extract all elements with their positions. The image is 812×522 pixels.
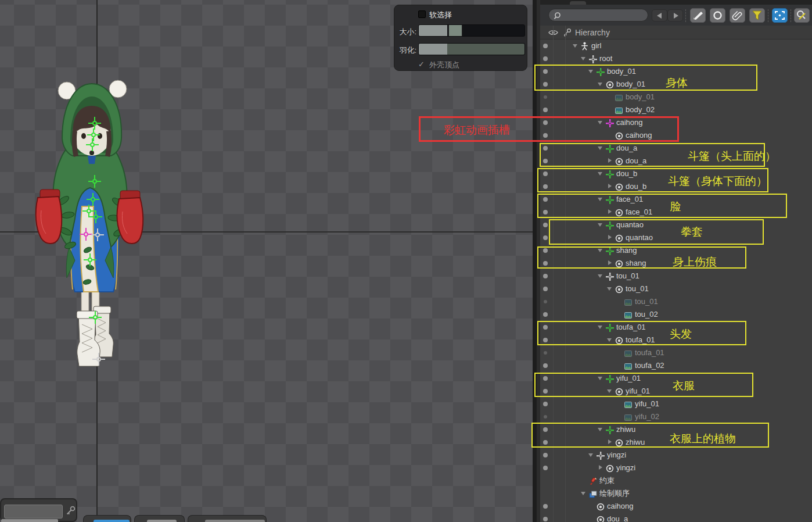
visibility-dot[interactable] — [543, 453, 548, 457]
visibility-dot[interactable] — [543, 402, 548, 406]
tree-row-bone-body_01[interactable]: body_01 — [533, 65, 812, 78]
tree-row-draworder-绘制顺序[interactable]: 绘制顺序 — [533, 487, 812, 500]
search-input[interactable] — [564, 10, 644, 20]
tree-row-bone-tou_01[interactable]: tou_01 — [533, 270, 812, 283]
tree-row-bone-toufa_01[interactable]: toufa_01 — [533, 321, 812, 334]
tree-row-slot-tou_01[interactable]: tou_01 — [533, 283, 812, 295]
tree-row-bone-quantao[interactable]: quantao — [533, 219, 812, 231]
expand-triangle-closed[interactable] — [608, 439, 612, 444]
expand-triangle-open[interactable] — [588, 453, 593, 457]
size-slider-handle[interactable] — [448, 25, 463, 37]
bottom-left-field[interactable] — [4, 505, 63, 519]
visibility-dot[interactable] — [543, 235, 548, 240]
tree-row-bone-dou_b[interactable]: dou_b — [533, 167, 812, 180]
visibility-dot[interactable] — [543, 287, 548, 291]
tree-row-image-tou_01[interactable]: tou_01 — [533, 295, 812, 308]
visibility-dot[interactable] — [543, 69, 548, 74]
tree-row-skeleton-girl[interactable]: girl — [533, 40, 812, 52]
tree-row-slot-yingzi[interactable]: yingzi — [533, 462, 812, 474]
tree-row-image-yifu_02[interactable]: yifu_02 — [533, 410, 812, 423]
tree-row-bone-zhiwu[interactable]: zhiwu — [533, 423, 812, 436]
circle-tool-button[interactable] — [710, 8, 725, 23]
feather-slider[interactable] — [418, 43, 525, 55]
expand-triangle-open[interactable] — [598, 198, 602, 201]
expand-triangle-open[interactable] — [598, 274, 602, 278]
expand-triangle-open[interactable] — [598, 83, 602, 86]
expand-triangle-closed[interactable] — [608, 184, 612, 188]
expand-triangle-closed[interactable] — [608, 209, 612, 214]
visibility-dot[interactable] — [543, 197, 548, 202]
pen-tool-button[interactable] — [690, 8, 706, 23]
expand-triangle-open[interactable] — [598, 428, 602, 431]
visibility-dot[interactable] — [543, 325, 548, 330]
tree-row-bone-face_01[interactable]: face_01 — [533, 193, 812, 206]
bottom-left-slider[interactable] — [1, 519, 58, 522]
visibility-dot[interactable] — [543, 146, 548, 151]
tree-row-bone-yingzi[interactable]: yingzi — [533, 449, 812, 462]
tree-row-slot-caihong[interactable]: caihong — [533, 129, 812, 142]
key-link-icon[interactable] — [65, 505, 76, 517]
tree-row-slot-dou_a[interactable]: dou_a — [533, 155, 812, 167]
expand-triangle-open[interactable] — [581, 57, 585, 60]
visibility-dot[interactable] — [543, 427, 548, 432]
character-girl[interactable] — [32, 76, 148, 372]
visibility-dot[interactable] — [543, 223, 548, 227]
tree-row-slot-quantao[interactable]: quantao — [533, 231, 812, 244]
visibility-dot[interactable] — [543, 108, 548, 112]
tree-row-slot-face_01[interactable]: face_01 — [533, 206, 812, 219]
expand-triangle-open[interactable] — [598, 121, 602, 124]
expand-triangle-open[interactable] — [588, 70, 593, 73]
visibility-dot[interactable] — [543, 261, 548, 266]
visibility-dot[interactable] — [543, 248, 548, 253]
tree-row-image-toufa_02[interactable]: toufa_02 — [533, 359, 812, 372]
visibility-dot[interactable] — [543, 210, 548, 214]
tree-row-image-toufa_01[interactable]: toufa_01 — [533, 346, 812, 359]
tree-row-bone-root[interactable]: root — [533, 52, 812, 65]
expand-triangle-open[interactable] — [573, 44, 577, 48]
visibility-dot[interactable] — [543, 363, 548, 368]
visibility-dot[interactable] — [543, 184, 548, 189]
visibility-dot[interactable] — [543, 120, 548, 125]
bottom-wide-button[interactable] — [205, 520, 265, 522]
tree-row-image-yifu_01[interactable]: yifu_01 — [533, 398, 812, 410]
expand-triangle-open[interactable] — [598, 249, 602, 252]
zoom-edit-tool-button[interactable] — [794, 8, 810, 23]
size-slider[interactable] — [418, 24, 525, 37]
visibility-dot[interactable] — [543, 376, 548, 381]
expand-triangle-open[interactable] — [598, 377, 602, 380]
visibility-dot-dim[interactable] — [544, 351, 547, 355]
forward-arrow-button[interactable] — [667, 9, 683, 22]
expand-triangle-open[interactable] — [581, 492, 585, 495]
expand-triangle-open[interactable] — [607, 338, 612, 342]
visibility-dot-dim[interactable] — [544, 415, 547, 419]
expand-triangle-open[interactable] — [607, 389, 612, 393]
visibility-dot[interactable] — [543, 171, 548, 176]
viewport-canvas[interactable] — [0, 0, 533, 522]
expand-triangle-open[interactable] — [607, 287, 612, 291]
visibility-dot[interactable] — [543, 133, 548, 138]
expand-triangle-closed[interactable] — [608, 235, 612, 239]
tree-row-slot-shang[interactable]: shang — [533, 257, 812, 270]
visibility-dot[interactable] — [543, 338, 548, 342]
tree-row-constraint-约束[interactable]: 约束 — [533, 474, 812, 487]
visibility-dot[interactable] — [543, 389, 548, 394]
tree-row-image-tou_02[interactable]: tou_02 — [533, 308, 812, 321]
search-box[interactable] — [548, 9, 648, 22]
visibility-dot[interactable] — [543, 312, 548, 317]
bottom-blue-button[interactable] — [94, 520, 130, 522]
visibility-dot-dim[interactable] — [544, 300, 547, 303]
tree-row-slot-body_01[interactable]: body_01 — [533, 78, 812, 91]
paperclip-tool-button[interactable] — [730, 8, 745, 23]
visibility-dot[interactable] — [543, 466, 548, 470]
tree-row-slot-dou_a[interactable]: dou_a — [533, 513, 812, 522]
visibility-dot[interactable] — [543, 159, 548, 163]
expand-triangle-closed[interactable] — [608, 158, 612, 163]
tree-row-bone-shang[interactable]: shang — [533, 244, 812, 257]
tree-row-slot-caihong[interactable]: caihong — [533, 500, 812, 513]
visibility-dot[interactable] — [543, 56, 548, 61]
visibility-dot-dim[interactable] — [544, 95, 547, 99]
tree-row-slot-toufa_01[interactable]: toufa_01 — [533, 334, 812, 346]
tree-row-bone-yifu_01[interactable]: yifu_01 — [533, 372, 812, 385]
expand-triangle-open[interactable] — [598, 326, 602, 329]
tree-row-slot-dou_b[interactable]: dou_b — [533, 180, 812, 193]
